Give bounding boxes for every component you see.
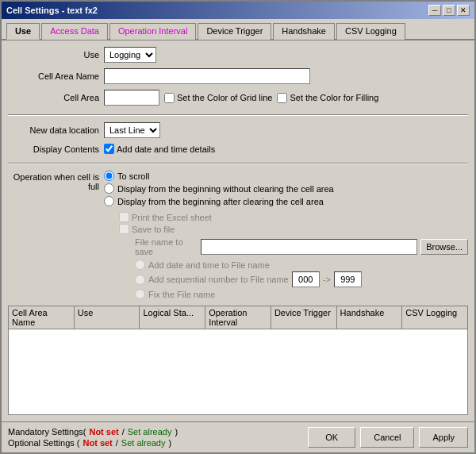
seq-arrow: -> xyxy=(323,275,331,284)
settings-info: Mandatory Settings( Not set / Set alread… xyxy=(8,427,178,448)
separator-2 xyxy=(8,163,468,164)
optional-label: Optional Settings ( xyxy=(8,438,80,448)
radio-scroll-text: To scroll xyxy=(117,171,149,181)
col-use: Use xyxy=(75,306,140,329)
optional-already: Set already xyxy=(121,438,166,448)
add-date-time-label: Add date and time details xyxy=(117,144,215,154)
radio-scroll-label: To scroll xyxy=(104,171,334,181)
add-date-time-checkbox[interactable] xyxy=(104,144,114,154)
main-window: Cell Settings - text fx2 ─ □ ✕ Use Acces… xyxy=(0,0,476,454)
save-to-file-label: Save to file xyxy=(119,224,468,234)
title-bar-controls: ─ □ ✕ xyxy=(428,5,470,16)
optional-paren: ) xyxy=(169,438,172,448)
col-csv-logging: CSV Logging xyxy=(402,306,467,329)
operation-row: Operation when cell is full To scroll Di… xyxy=(8,171,468,206)
new-data-location-select[interactable]: Last Line xyxy=(104,122,160,138)
radio-scroll[interactable] xyxy=(104,171,114,181)
set-color-grid-label: Set the Color of Grid line xyxy=(177,93,272,102)
optional-slash: / xyxy=(116,438,118,448)
bottom-bar: Mandatory Settings( Not set / Set alread… xyxy=(2,421,474,452)
maximize-button[interactable]: □ xyxy=(443,5,455,16)
new-data-location-row: New data location Last Line xyxy=(8,122,468,138)
radio-add-seq-text: Add sequential number to File name xyxy=(148,275,289,284)
use-select-wrap: Logging xyxy=(104,47,156,63)
tab-handshake[interactable]: Handshake xyxy=(273,23,335,40)
mandatory-paren: ) xyxy=(175,427,178,437)
mandatory-slash: / xyxy=(122,427,125,437)
table-body xyxy=(9,329,467,377)
cancel-button[interactable]: Cancel xyxy=(360,427,414,448)
tab-access-data[interactable]: Access Data xyxy=(41,23,108,40)
mandatory-already: Set already xyxy=(128,427,172,437)
cell-area-input[interactable]: C5:G18 xyxy=(104,90,159,106)
radio-display-after[interactable] xyxy=(104,196,114,206)
cell-area-row: Cell Area C5:G18 Set the Color of Grid l… xyxy=(8,90,468,106)
print-excel-label: Print the Excel sheet xyxy=(119,212,468,222)
set-color-fill-label: Set the Color for Filling xyxy=(290,93,378,102)
tab-bar: Use Access Data Operation Interval Devic… xyxy=(2,19,474,40)
close-button[interactable]: ✕ xyxy=(457,5,470,16)
radio-display-after-label: Display from the beginning after clearin… xyxy=(104,196,334,206)
tab-csv-logging[interactable]: CSV Logging xyxy=(336,23,405,40)
new-data-location-label: New data location xyxy=(8,125,99,135)
title-bar: Cell Settings - text fx2 ─ □ ✕ xyxy=(2,2,474,19)
set-color-grid-check-label: Set the Color of Grid line xyxy=(164,93,272,103)
operation-label: Operation when cell is full xyxy=(8,172,99,191)
cell-area-name-row: Cell Area Name text fx2 xyxy=(8,68,468,84)
minimize-button[interactable]: ─ xyxy=(428,5,441,16)
col-cell-area-name: Cell Area Name xyxy=(9,306,75,329)
main-content: Use Logging Cell Area Name text fx2 Cell… xyxy=(2,40,474,421)
radio-fix-file[interactable] xyxy=(135,289,145,299)
radio-add-seq[interactable] xyxy=(135,275,145,285)
print-excel-checkbox[interactable] xyxy=(119,212,129,222)
radio-add-datetime[interactable] xyxy=(135,260,145,270)
display-contents-label: Display Contents xyxy=(8,144,99,154)
cell-area-label: Cell Area xyxy=(8,93,99,102)
radio-display-without-label: Display from the beginning without clear… xyxy=(104,183,334,194)
browse-button[interactable]: Browse... xyxy=(420,239,468,255)
set-color-grid-checkbox[interactable] xyxy=(164,93,175,103)
set-color-fill-check-label: Set the Color for Filling xyxy=(277,93,378,103)
use-label: Use xyxy=(8,50,99,60)
table-header: Cell Area Name Use Logical Sta... Operat… xyxy=(9,306,467,329)
seq-start-input[interactable] xyxy=(292,271,320,287)
radio-display-without[interactable] xyxy=(104,183,114,194)
operation-radio-group: To scroll Display from the beginning wit… xyxy=(104,171,334,206)
print-excel-text: Print the Excel sheet xyxy=(132,213,212,222)
tab-device-trigger[interactable]: Device Trigger xyxy=(198,23,271,40)
radio-add-datetime-text: Add date and time to File name xyxy=(148,260,270,270)
cell-area-name-label: Cell Area Name xyxy=(8,71,99,81)
apply-button[interactable]: Apply xyxy=(419,427,468,448)
radio-fix-file-text: Fix the File name xyxy=(148,290,215,299)
ok-button[interactable]: OK xyxy=(308,427,355,448)
radio-add-seq-label: Add sequential number to File name -> xyxy=(135,271,468,287)
seq-end-input[interactable] xyxy=(334,271,362,287)
radio-display-without-text: Display from the beginning without clear… xyxy=(117,184,334,194)
add-date-time-check-label: Add date and time details xyxy=(104,144,215,154)
col-logical-state: Logical Sta... xyxy=(140,306,205,329)
set-color-fill-checkbox[interactable] xyxy=(277,93,287,103)
radio-add-datetime-label: Add date and time to File name xyxy=(135,260,468,270)
mandatory-status: Not set xyxy=(89,427,118,437)
optional-status: Not set xyxy=(83,438,113,448)
cell-table: Cell Area Name Use Logical Sta... Operat… xyxy=(8,306,468,415)
col-operation-interval: Operation Interval xyxy=(205,306,271,329)
radio-display-after-text: Display from the beginning after clearin… xyxy=(117,197,324,206)
tab-operation-interval[interactable]: Operation Interval xyxy=(109,23,196,40)
file-naming-options: Add date and time to File name Add seque… xyxy=(135,260,468,299)
col-device-trigger: Device Trigger xyxy=(271,306,337,329)
col-handshake: Handshake xyxy=(337,306,403,329)
action-buttons: OK Cancel Apply xyxy=(308,427,468,448)
radio-fix-file-label: Fix the File name xyxy=(135,289,468,299)
file-name-input[interactable] xyxy=(201,239,417,255)
tab-use[interactable]: Use xyxy=(6,23,40,40)
window-title: Cell Settings - text fx2 xyxy=(6,6,98,15)
display-contents-row: Display Contents Add date and time detai… xyxy=(8,144,468,154)
mandatory-label: Mandatory Settings( xyxy=(8,427,86,437)
save-to-file-text: Save to file xyxy=(132,225,175,234)
cell-area-name-input[interactable]: text fx2 xyxy=(104,68,310,84)
mandatory-row: Mandatory Settings( Not set / Set alread… xyxy=(8,427,178,437)
separator-1 xyxy=(8,114,468,116)
use-select[interactable]: Logging xyxy=(104,47,156,63)
save-to-file-checkbox[interactable] xyxy=(119,224,129,234)
